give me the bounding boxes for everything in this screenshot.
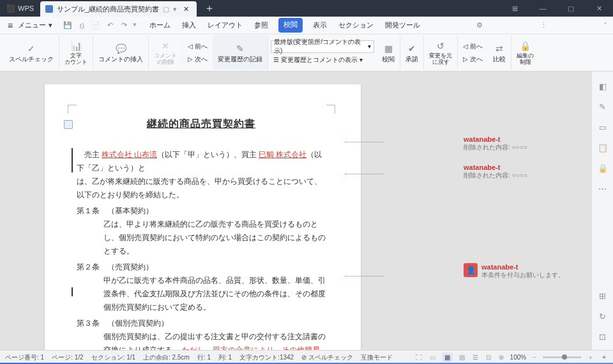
- app-logo: ⬛ WPS: [0, 4, 40, 13]
- pencil-icon[interactable]: ✎: [597, 101, 609, 112]
- fullscreen-icon[interactable]: ⛶: [414, 354, 423, 361]
- qat-preview-icon[interactable]: 📄: [91, 20, 101, 31]
- qat-undo-icon[interactable]: ↶: [105, 20, 115, 31]
- status-spellcheck[interactable]: スペルチェック: [308, 354, 353, 361]
- document-page[interactable]: 継続的商品売買契約書 売主 株式会社 山布流（以下「甲」という）、買主 巳鯛 株…: [45, 84, 361, 350]
- qat-save-icon[interactable]: 💾: [63, 20, 73, 31]
- display-mode-dropdown[interactable]: 最終版(変更箇所/コメントの表示)▾: [271, 40, 374, 53]
- review-pane-button[interactable]: ▦ 校閲: [377, 36, 400, 70]
- readmode-icon[interactable]: ▭: [428, 354, 437, 361]
- chevron-down-icon: ▾: [359, 56, 363, 63]
- tab-layout[interactable]: レイアウト: [206, 18, 244, 33]
- compare-button[interactable]: ⇄ 比較: [488, 36, 511, 70]
- main-menu-button[interactable]: メニュー ▾: [4, 19, 56, 32]
- qat-print-icon[interactable]: ⎙: [77, 20, 87, 31]
- change-bar: [72, 287, 73, 296]
- lock-icon[interactable]: 🔒: [597, 162, 609, 174]
- optimize-icon[interactable]: ✦: [600, 354, 608, 361]
- select-icon[interactable]: ▭: [597, 121, 609, 133]
- chevron-down-icon: ▾: [49, 21, 52, 29]
- tab-review[interactable]: 校閲: [278, 18, 303, 33]
- settings-icon[interactable]: ⊡: [597, 331, 609, 342]
- close-window-button[interactable]: ✕: [585, 0, 613, 17]
- article-3: 第３条 （個別売買契約）: [77, 317, 326, 330]
- document-tab[interactable]: サンプル_継続的商品売買契約書 ▢ ▾ ✕: [40, 1, 197, 17]
- comment-icon: 💬: [115, 43, 126, 54]
- new-tab-button[interactable]: ＋: [197, 2, 222, 15]
- minimize-button[interactable]: —: [529, 0, 557, 17]
- status-page-number[interactable]: ページ番号: 1: [5, 353, 44, 362]
- status-column: 列: 1: [218, 353, 232, 362]
- clipboard-icon[interactable]: 📋: [597, 142, 609, 153]
- prev-change-button[interactable]: ◁前へ: [460, 41, 485, 52]
- history-icon[interactable]: ↻: [597, 310, 609, 322]
- more-icon[interactable]: ⋯: [597, 183, 609, 194]
- fit-icon[interactable]: ⊕: [497, 354, 505, 361]
- section-indicator-icon[interactable]: [64, 120, 73, 129]
- next-comment-button[interactable]: ▷次へ: [185, 54, 210, 65]
- prev-comment-button[interactable]: ◁前へ: [185, 41, 210, 52]
- printlayout-icon[interactable]: ▦: [442, 353, 453, 362]
- article-title: （個別売買契約）: [107, 319, 169, 328]
- track-changes-icon: ✎: [234, 43, 246, 54]
- article-body: 甲が乙に販売する本件商品の品名、品質、形状、数量、単価、引渡条件、代金支払期限及…: [77, 274, 326, 314]
- insert-comment-button[interactable]: 💬 コメントの挿入: [93, 36, 149, 70]
- weblayout-icon[interactable]: ▤: [458, 354, 466, 361]
- tab-menu-icon[interactable]: ▾: [173, 5, 177, 13]
- wordcount-button[interactable]: 📊 文字 カウント: [59, 36, 93, 70]
- status-page[interactable]: ページ: 1/2: [52, 353, 83, 362]
- comment-text: 本条件を付与お願いします。: [481, 271, 564, 278]
- next-change-button[interactable]: ▷次へ: [460, 54, 485, 65]
- menu-label: メニュー: [18, 20, 46, 30]
- review-pane-label: 校閲: [382, 56, 395, 63]
- maximize-button[interactable]: ▢: [557, 0, 585, 17]
- tab-developer[interactable]: 開発ツール: [384, 18, 421, 33]
- comment-leader-line: [345, 174, 383, 174]
- draft-icon[interactable]: ⊡: [485, 354, 492, 361]
- zoom-out-button[interactable]: −: [531, 354, 538, 361]
- tab-comment-icon[interactable]: ▢: [163, 5, 169, 13]
- display-detail-button[interactable]: ☰変更履歴とコメントの表示▾: [271, 54, 374, 66]
- revision-balloon[interactable]: watanabe-t 削除された内容: ○○○○: [464, 163, 586, 180]
- insert-comment-label: コメントの挿入: [98, 56, 143, 63]
- toggle-panel-icon[interactable]: ◧: [597, 80, 609, 92]
- status-charcount[interactable]: 文字カウント:1342: [239, 353, 294, 362]
- qat-redo-icon[interactable]: ↷: [119, 20, 129, 31]
- revision-balloon[interactable]: watanabe-t 削除された内容: ○○○○: [464, 135, 586, 152]
- delete-comment-label: コメント の削除: [154, 53, 177, 66]
- revert-button[interactable]: ↺ 変更を元 に戻す: [424, 36, 458, 70]
- collapse-ribbon-icon[interactable]: ˆ: [602, 22, 609, 29]
- close-tab-button[interactable]: ✕: [181, 5, 192, 13]
- comment-leader-line: [345, 276, 383, 277]
- prev2-label: 前へ: [470, 42, 483, 51]
- restrict-edit-button[interactable]: 🔒 編集の 制限: [511, 36, 539, 70]
- zoom-level[interactable]: 100%: [510, 354, 527, 361]
- status-section[interactable]: セクション: 1/1: [91, 353, 135, 362]
- prev-icon: ◁: [463, 43, 468, 50]
- property-icon[interactable]: ⊞: [597, 290, 609, 301]
- more-vertical-icon[interactable]: ⋮: [538, 21, 550, 29]
- tab-view[interactable]: 表示: [312, 18, 328, 33]
- app-name: WPS: [18, 4, 34, 12]
- tab-section[interactable]: セクション: [337, 18, 375, 33]
- revert-icon: ↺: [435, 40, 446, 52]
- text-fragment: 売主: [84, 150, 102, 159]
- zoom-in-button[interactable]: ＋: [586, 353, 595, 362]
- wps-menu-icon[interactable]: ⊞: [501, 0, 529, 17]
- accept-button[interactable]: ✔ 承諾: [400, 36, 424, 70]
- zoom-slider[interactable]: [543, 356, 581, 358]
- revert-label: 変更を元 に戻す: [429, 53, 452, 66]
- track-changes-button[interactable]: ✎ 変更履歴の記録: [213, 36, 268, 70]
- accept-icon: ✔: [406, 43, 418, 54]
- article-num: 第３条: [77, 319, 100, 328]
- outline-icon[interactable]: ☰: [471, 354, 480, 361]
- tab-reference[interactable]: 参照: [253, 18, 269, 33]
- delete-comment-icon: ✕: [160, 40, 171, 52]
- spellcheck-icon: ✓: [26, 43, 37, 54]
- settings-gear-icon[interactable]: ⚙: [474, 21, 485, 29]
- comment-balloon[interactable]: 👤 watanabe-t 本条件を付与お願いします。: [464, 263, 586, 280]
- spellcheck-button[interactable]: ✓ スペルチェック: [4, 36, 59, 70]
- document-area[interactable]: 継続的商品売買契約書 売主 株式会社 山布流（以下「甲」という）、買主 巳鯛 株…: [0, 72, 591, 350]
- tab-home[interactable]: ホーム: [148, 18, 172, 33]
- tab-insert[interactable]: 挿入: [181, 18, 197, 33]
